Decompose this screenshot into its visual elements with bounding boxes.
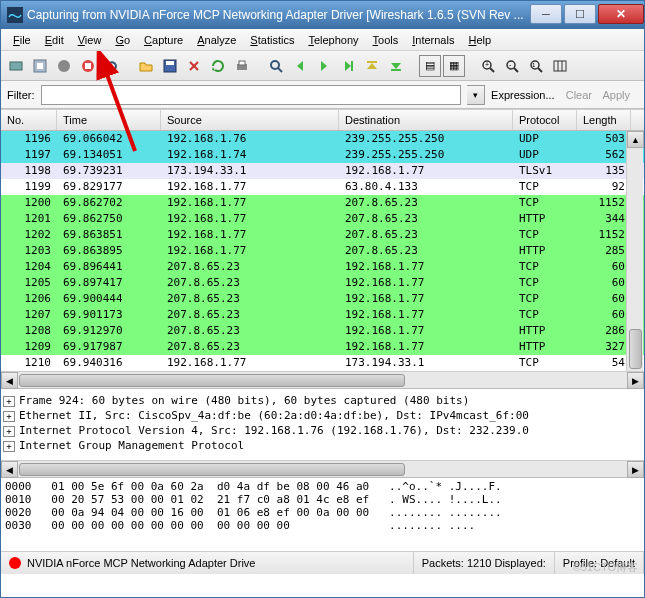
table-row[interactable]: 119669.066042192.168.1.76239.255.255.250…	[1, 131, 644, 147]
filter-label: Filter:	[7, 89, 35, 101]
svg-rect-10	[239, 61, 245, 65]
col-length[interactable]: Length	[577, 110, 631, 130]
save-button[interactable]	[159, 55, 181, 77]
table-row[interactable]: 120269.863851192.168.1.77207.8.65.23TCP1…	[1, 227, 644, 243]
scroll-right-icon[interactable]: ▶	[627, 372, 644, 389]
svg-rect-6	[85, 63, 91, 69]
svg-text:-: -	[509, 61, 512, 68]
packet-details-pane[interactable]: +Frame 924: 60 bytes on wire (480 bits),…	[1, 388, 644, 460]
go-last-button[interactable]	[385, 55, 407, 77]
scroll-up-icon[interactable]: ▲	[627, 131, 644, 148]
resize-columns-button[interactable]	[549, 55, 571, 77]
svg-rect-13	[351, 61, 353, 71]
svg-line-12	[278, 68, 282, 72]
menu-edit[interactable]: Edit	[39, 32, 70, 48]
app-icon	[7, 7, 23, 23]
filter-bar: Filter: ▾ Expression... Clear Apply	[1, 81, 644, 109]
stop-capture-button[interactable]	[77, 55, 99, 77]
restart-capture-button[interactable]	[101, 55, 123, 77]
menu-internals[interactable]: Internals	[406, 32, 460, 48]
table-row[interactable]: 120169.862750192.168.1.77207.8.65.23HTTP…	[1, 211, 644, 227]
svg-rect-8	[166, 61, 174, 65]
svg-point-4	[58, 60, 70, 72]
toolbar: ▤ ▦ + - 1	[1, 51, 644, 81]
col-protocol[interactable]: Protocol	[513, 110, 577, 130]
col-source[interactable]: Source	[161, 110, 339, 130]
svg-text:+: +	[485, 61, 489, 68]
go-to-packet-button[interactable]	[337, 55, 359, 77]
table-row[interactable]: 121069.940316192.168.1.77173.194.33.1TCP…	[1, 355, 644, 371]
find-button[interactable]	[265, 55, 287, 77]
go-forward-button[interactable]	[313, 55, 335, 77]
apply-link[interactable]: Apply	[602, 89, 630, 101]
packet-list-vscrollbar[interactable]: ▲ ▼	[626, 131, 643, 388]
table-row[interactable]: 120569.897417207.8.65.23192.168.1.77TCP6…	[1, 275, 644, 291]
open-button[interactable]	[135, 55, 157, 77]
start-capture-button[interactable]	[53, 55, 75, 77]
zoom-in-button[interactable]: +	[477, 55, 499, 77]
packet-list-hscrollbar[interactable]: ◀ ▶	[1, 371, 644, 388]
expand-icon[interactable]: +	[3, 396, 15, 407]
detail-line[interactable]: +Ethernet II, Src: CiscoSpv_4a:df:be (60…	[3, 408, 642, 423]
col-no[interactable]: No.	[1, 110, 57, 130]
scroll-thumb[interactable]	[629, 329, 642, 369]
col-time[interactable]: Time	[57, 110, 161, 130]
close-button[interactable]: ✕	[598, 4, 644, 24]
svg-line-20	[514, 68, 518, 72]
table-row[interactable]: 119769.134051192.168.1.74239.255.255.250…	[1, 147, 644, 163]
svg-text:1: 1	[532, 62, 536, 68]
filter-dropdown-button[interactable]: ▾	[467, 85, 485, 105]
expand-icon[interactable]: +	[3, 441, 15, 452]
menu-analyze[interactable]: Analyze	[191, 32, 242, 48]
table-row[interactable]: 120369.863895192.168.1.77207.8.65.23HTTP…	[1, 243, 644, 259]
colorize-toggle[interactable]: ▤	[419, 55, 441, 77]
col-destination[interactable]: Destination	[339, 110, 513, 130]
reload-button[interactable]	[207, 55, 229, 77]
menu-help[interactable]: Help	[462, 32, 497, 48]
minimize-button[interactable]: ─	[530, 4, 562, 24]
go-back-button[interactable]	[289, 55, 311, 77]
svg-rect-25	[554, 61, 566, 71]
detail-line[interactable]: +Internet Group Management Protocol	[3, 438, 642, 453]
filter-input[interactable]	[41, 85, 462, 105]
menu-file[interactable]: File	[7, 32, 37, 48]
hscroll-thumb[interactable]	[19, 374, 405, 387]
expand-icon[interactable]: +	[3, 411, 15, 422]
table-row[interactable]: 120769.901173207.8.65.23192.168.1.77TCP6…	[1, 307, 644, 323]
table-row[interactable]: 120069.862702192.168.1.77207.8.65.23TCP1…	[1, 195, 644, 211]
menu-telephony[interactable]: Telephony	[302, 32, 364, 48]
expression-link[interactable]: Expression...	[491, 89, 555, 101]
details-hscrollbar[interactable]: ◀▶	[1, 460, 644, 477]
menu-statistics[interactable]: Statistics	[244, 32, 300, 48]
go-first-button[interactable]	[361, 55, 383, 77]
detail-line[interactable]: +Frame 924: 60 bytes on wire (480 bits),…	[3, 393, 642, 408]
menu-capture[interactable]: Capture	[138, 32, 189, 48]
menu-view[interactable]: View	[72, 32, 108, 48]
watermark: ©51CTO博客	[573, 560, 638, 575]
close-file-button[interactable]	[183, 55, 205, 77]
autoscroll-toggle[interactable]: ▦	[443, 55, 465, 77]
table-row[interactable]: 120869.912970207.8.65.23192.168.1.77HTTP…	[1, 323, 644, 339]
menu-tools[interactable]: Tools	[367, 32, 405, 48]
packet-list[interactable]: 119669.066042192.168.1.76239.255.255.250…	[1, 131, 644, 371]
table-row[interactable]: 119969.829177192.168.1.7763.80.4.133TCP9…	[1, 179, 644, 195]
table-row[interactable]: 120669.900444207.8.65.23192.168.1.77TCP6…	[1, 291, 644, 307]
print-button[interactable]	[231, 55, 253, 77]
clear-link[interactable]: Clear	[566, 89, 592, 101]
svg-rect-14	[367, 61, 377, 63]
table-row[interactable]: 120969.917987207.8.65.23192.168.1.77HTTP…	[1, 339, 644, 355]
expand-icon[interactable]: +	[3, 426, 15, 437]
options-button[interactable]	[29, 55, 51, 77]
menu-go[interactable]: Go	[109, 32, 136, 48]
svg-line-17	[490, 68, 494, 72]
maximize-button[interactable]: ☐	[564, 4, 596, 24]
zoom-reset-button[interactable]: 1	[525, 55, 547, 77]
zoom-out-button[interactable]: -	[501, 55, 523, 77]
hex-pane[interactable]: 0000 01 00 5e 6f 00 0a 60 2a d0 4a df be…	[1, 477, 644, 551]
scroll-left-icon[interactable]: ◀	[1, 372, 18, 389]
interfaces-button[interactable]	[5, 55, 27, 77]
table-row[interactable]: 119869.739231173.194.33.1192.168.1.77TLS…	[1, 163, 644, 179]
detail-line[interactable]: +Internet Protocol Version 4, Src: 192.1…	[3, 423, 642, 438]
title-bar: Capturing from NVIDIA nForce MCP Network…	[1, 1, 644, 29]
table-row[interactable]: 120469.896441207.8.65.23192.168.1.77TCP6…	[1, 259, 644, 275]
